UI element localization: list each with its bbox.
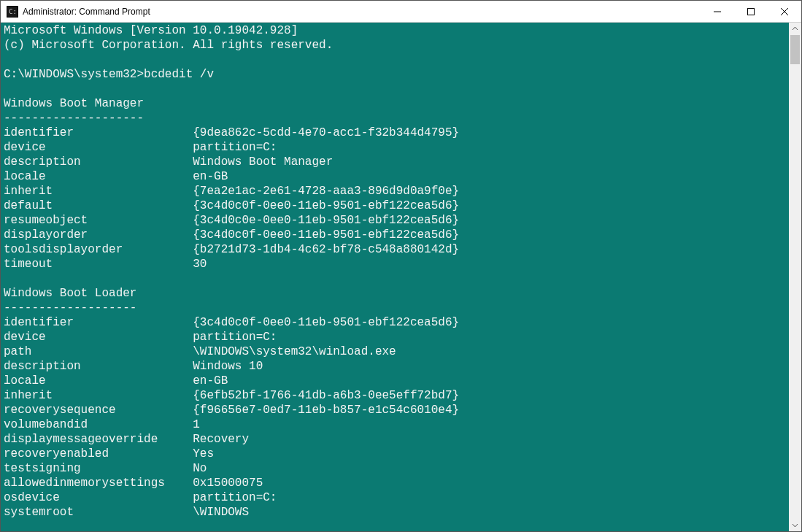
kv-key: inherit	[4, 388, 193, 403]
svg-rect-3	[748, 8, 755, 15]
kv-key: displaymessageoverride	[4, 432, 193, 447]
window-title: Administrator: Command Prompt	[23, 7, 150, 17]
terminal-kv-line: identifier{3c4d0c0f-0ee0-11eb-9501-ebf12…	[4, 315, 789, 330]
kv-value: {6efb52bf-1766-41db-a6b3-0ee5eff72bd7}	[193, 389, 459, 402]
kv-key: device	[4, 140, 193, 155]
chevron-up-icon	[792, 26, 798, 32]
kv-value: \WINDOWS	[193, 506, 249, 519]
terminal-kv-line: systemroot\WINDOWS	[4, 505, 789, 520]
close-icon	[781, 8, 788, 15]
app-window: C: Administrator: Command Prompt Microso…	[0, 0, 802, 532]
kv-value: {b2721d73-1db4-4c62-bf78-c548a880142d}	[193, 243, 459, 256]
terminal-output[interactable]: Microsoft Windows [Version 10.0.19042.92…	[1, 23, 789, 531]
terminal-kv-line: toolsdisplayorder{b2721d73-1db4-4c62-bf7…	[4, 242, 789, 257]
kv-key: description	[4, 359, 193, 374]
scroll-thumb[interactable]	[790, 35, 800, 64]
kv-value: en-GB	[193, 374, 228, 388]
terminal-kv-line: displaymessageoverrideRecovery	[4, 432, 789, 447]
terminal-kv-line: descriptionWindows 10	[4, 359, 789, 374]
terminal-kv-line: inherit{6efb52bf-1766-41db-a6b3-0ee5eff7…	[4, 388, 789, 403]
terminal-kv-line: default{3c4d0c0f-0ee0-11eb-9501-ebf122ce…	[4, 198, 789, 213]
svg-text:C:: C:	[9, 8, 17, 15]
kv-key: device	[4, 330, 193, 344]
terminal-kv-line: recoverysequence{f96656e7-0ed7-11eb-b857…	[4, 403, 789, 417]
kv-value: partition=C:	[193, 491, 277, 504]
kv-key: inherit	[4, 184, 193, 198]
kv-value: Windows Boot Manager	[193, 155, 333, 169]
kv-value: {3c4d0c0f-0ee0-11eb-9501-ebf122cea5d6}	[193, 316, 459, 329]
kv-value: {7ea2e1ac-2e61-4728-aaa3-896d9d0a9f0e}	[193, 185, 459, 198]
kv-key: locale	[4, 374, 193, 388]
vertical-scrollbar[interactable]	[789, 23, 801, 531]
kv-value: partition=C:	[193, 141, 277, 154]
terminal-line: -------------------	[4, 301, 789, 315]
kv-key: default	[4, 198, 193, 213]
kv-value: partition=C:	[193, 331, 277, 344]
kv-key: identifier	[4, 126, 193, 140]
kv-value: Yes	[193, 447, 214, 460]
terminal-kv-line: inherit{7ea2e1ac-2e61-4728-aaa3-896d9d0a…	[4, 184, 789, 198]
terminal-kv-line: identifier{9dea862c-5cdd-4e70-acc1-f32b3…	[4, 126, 789, 140]
kv-key: volumebandid	[4, 417, 193, 432]
kv-key: locale	[4, 169, 193, 184]
terminal-line: (c) Microsoft Corporation. All rights re…	[4, 38, 789, 53]
kv-key: osdevice	[4, 490, 193, 505]
terminal-kv-line: devicepartition=C:	[4, 330, 789, 344]
chevron-down-icon	[792, 522, 798, 528]
minimize-button[interactable]	[701, 1, 734, 23]
kv-key: systemroot	[4, 505, 193, 520]
kv-key: resumeobject	[4, 213, 193, 228]
client-area: Microsoft Windows [Version 10.0.19042.92…	[1, 23, 801, 531]
kv-value: {f96656e7-0ed7-11eb-b857-e1c54c6010e4}	[193, 404, 459, 417]
maximize-button[interactable]	[734, 1, 768, 23]
terminal-kv-line: devicepartition=C:	[4, 140, 789, 155]
kv-value: No	[193, 462, 207, 475]
cmd-icon: C:	[7, 6, 18, 18]
kv-key: description	[4, 155, 193, 169]
kv-key: identifier	[4, 315, 193, 330]
terminal-kv-line: recoveryenabledYes	[4, 447, 789, 461]
kv-value: {3c4d0c0f-0ee0-11eb-9501-ebf122cea5d6}	[193, 199, 459, 212]
terminal-blank-line	[4, 271, 789, 286]
terminal-kv-line: timeout30	[4, 257, 789, 271]
scroll-up-button[interactable]	[789, 23, 801, 35]
kv-value: Recovery	[193, 433, 249, 446]
terminal-kv-line: resumeobject{3c4d0c0e-0ee0-11eb-9501-ebf…	[4, 213, 789, 228]
titlebar[interactable]: C: Administrator: Command Prompt	[1, 1, 801, 23]
terminal-kv-line: osdevicepartition=C:	[4, 490, 789, 505]
maximize-icon	[747, 8, 755, 15]
terminal-line: --------------------	[4, 111, 789, 126]
scroll-down-button[interactable]	[789, 519, 801, 531]
close-button[interactable]	[768, 1, 801, 23]
terminal-kv-line: volumebandid1	[4, 417, 789, 432]
kv-value: 30	[193, 258, 207, 271]
scroll-track[interactable]	[789, 35, 801, 519]
minimize-icon	[714, 8, 721, 15]
kv-value: Windows 10	[193, 360, 263, 373]
kv-value: 1	[193, 418, 200, 431]
terminal-kv-line: descriptionWindows Boot Manager	[4, 155, 789, 169]
kv-value: \WINDOWS\system32\winload.exe	[193, 345, 396, 358]
terminal-blank-line	[4, 53, 789, 67]
terminal-line: Windows Boot Manager	[4, 96, 789, 111]
kv-key: allowedinmemorysettings	[4, 476, 193, 490]
kv-value: {3c4d0c0f-0ee0-11eb-9501-ebf122cea5d6}	[193, 228, 459, 242]
terminal-blank-line	[4, 82, 789, 96]
kv-key: recoveryenabled	[4, 447, 193, 461]
terminal-kv-line: path\WINDOWS\system32\winload.exe	[4, 344, 789, 359]
terminal-line: C:\WINDOWS\system32>bcdedit /v	[4, 67, 789, 82]
kv-key: recoverysequence	[4, 403, 193, 417]
kv-key: displayorder	[4, 228, 193, 242]
kv-value: {9dea862c-5cdd-4e70-acc1-f32b344d4795}	[193, 126, 459, 139]
terminal-kv-line: testsigningNo	[4, 461, 789, 476]
kv-value: 0x15000075	[193, 477, 263, 490]
kv-key: timeout	[4, 257, 193, 271]
terminal-line: Windows Boot Loader	[4, 286, 789, 301]
kv-key: path	[4, 344, 193, 359]
terminal-kv-line: allowedinmemorysettings0x15000075	[4, 476, 789, 490]
kv-key: toolsdisplayorder	[4, 242, 193, 257]
terminal-kv-line: localeen-GB	[4, 374, 789, 388]
kv-key: testsigning	[4, 461, 193, 476]
terminal-kv-line: displayorder{3c4d0c0f-0ee0-11eb-9501-ebf…	[4, 228, 789, 242]
terminal-line: Microsoft Windows [Version 10.0.19042.92…	[4, 23, 789, 38]
